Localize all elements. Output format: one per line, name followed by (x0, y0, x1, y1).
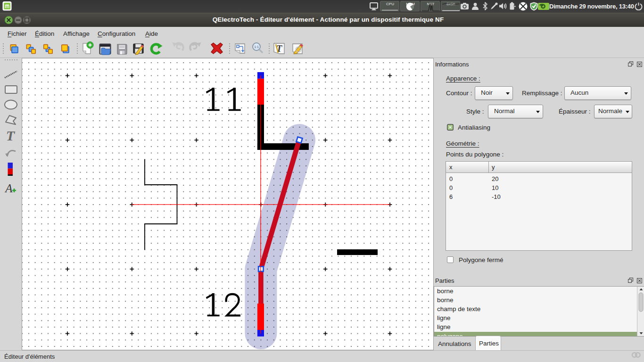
svg-text:T: T (6, 128, 16, 143)
svg-text:A: A (4, 182, 13, 195)
svg-text:1:1: 1:1 (254, 45, 259, 49)
